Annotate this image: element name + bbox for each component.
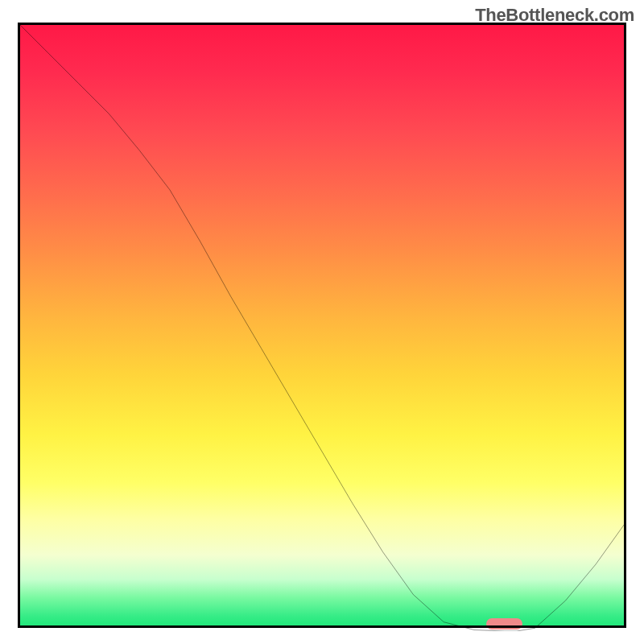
- minimum-marker-pill: [486, 618, 522, 630]
- plot-area: [18, 23, 626, 628]
- data-path: [18, 23, 626, 631]
- chart-container: TheBottleneck.com: [0, 0, 644, 644]
- watermark-text: TheBottleneck.com: [475, 5, 634, 26]
- line-curve: [18, 23, 626, 631]
